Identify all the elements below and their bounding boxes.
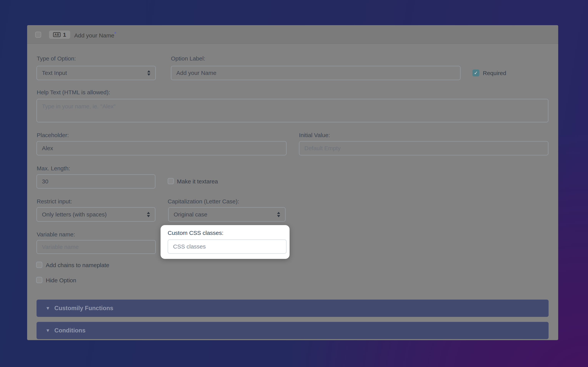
option-type-badge: AB 1 — [49, 31, 70, 39]
checkmark-icon: ✓ — [474, 70, 478, 76]
restrict-input-label: Restrict input: — [37, 198, 72, 205]
help-text-textarea[interactable] — [36, 99, 548, 122]
section-conditions-label: Conditions — [54, 327, 86, 334]
select-arrows-icon — [147, 212, 150, 217]
custom-css-label: Custom CSS classes: — [168, 230, 224, 236]
section-conditions[interactable]: ▼ Conditions — [36, 322, 549, 339]
option-header: AB 1 Add your Name* — [27, 25, 558, 44]
select-arrows-icon — [277, 212, 280, 217]
variable-name-label: Variable name: — [37, 231, 75, 238]
type-of-option-value: Text Input — [42, 70, 67, 76]
section-customily-functions-label: Customily Functions — [54, 305, 113, 312]
capitalization-select[interactable]: Original case — [168, 207, 285, 222]
required-asterisk-icon: * — [114, 31, 116, 36]
option-editor-panel: AB 1 Add your Name* Type of Option: Text… — [27, 25, 558, 340]
hide-option-checkbox[interactable] — [36, 277, 42, 283]
placeholder-label: Placeholder: — [37, 132, 69, 138]
option-title-text: Add your Name — [74, 32, 114, 39]
make-it-textarea-label: Make it textarea — [177, 178, 218, 185]
make-it-textarea-checkbox[interactable] — [168, 178, 174, 184]
custom-css-input[interactable] — [168, 240, 286, 254]
help-text-label: Help Text (HTML is allowed): — [37, 89, 110, 96]
section-customily-functions[interactable]: ▼ Customily Functions — [36, 300, 549, 317]
initial-value-label: Initial Value: — [299, 132, 330, 138]
hide-option-label: Hide Option — [46, 277, 76, 284]
type-of-option-select[interactable]: Text Input — [36, 66, 156, 80]
custom-css-spotlight: Custom CSS classes: — [161, 225, 290, 259]
type-of-option-label: Type of Option: — [37, 55, 76, 62]
restrict-input-select[interactable]: Only letters (with spaces) — [36, 207, 155, 222]
add-chains-label: Add chains to nameplate — [46, 262, 109, 268]
option-title: Add your Name* — [74, 31, 116, 39]
capitalization-label: Capitalization (Letter Case): — [168, 198, 239, 205]
required-label: Required — [483, 70, 506, 76]
select-option-checkbox[interactable] — [35, 32, 41, 38]
max-length-label: Max. Length: — [37, 165, 70, 172]
collapse-triangle-icon: ▼ — [46, 306, 50, 311]
collapse-triangle-icon: ▼ — [46, 328, 50, 333]
placeholder-input[interactable] — [36, 141, 286, 155]
option-label-input[interactable] — [171, 66, 460, 80]
page-background: { "header": { "number": "1", "badge_icon… — [0, 0, 588, 367]
text-input-ab-icon: AB — [53, 32, 61, 37]
restrict-input-value: Only letters (with spaces) — [42, 211, 107, 218]
add-chains-checkbox[interactable] — [36, 262, 42, 268]
max-length-input[interactable] — [36, 174, 155, 189]
option-number: 1 — [63, 32, 66, 38]
capitalization-value: Original case — [174, 211, 207, 218]
initial-value-input[interactable] — [299, 141, 548, 155]
option-label-label: Option Label: — [171, 55, 205, 62]
variable-name-input[interactable] — [36, 240, 156, 254]
required-checkbox[interactable]: ✓ — [472, 69, 479, 76]
select-arrows-icon — [147, 70, 150, 76]
